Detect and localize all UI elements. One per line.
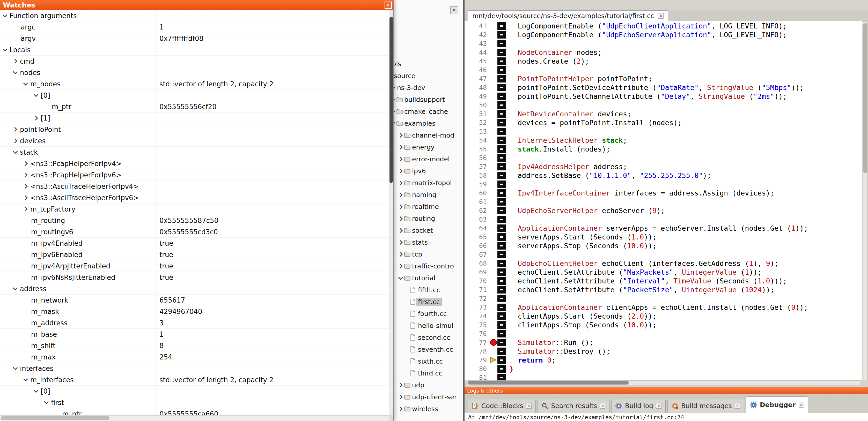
- breakpoint-gutter[interactable]: [490, 373, 497, 380]
- breakpoint-gutter[interactable]: [490, 118, 497, 127]
- fold-margin[interactable]: [497, 268, 506, 277]
- tab-search-results[interactable]: Search results✕: [537, 399, 610, 413]
- expander-icon[interactable]: [23, 172, 27, 177]
- watch-row[interactable]: m_tcpFactory: [0, 203, 389, 215]
- watches-horizontal-scrollbar[interactable]: [0, 415, 389, 421]
- tab-close-icon[interactable]: ✕: [799, 402, 804, 408]
- breakpoint-gutter[interactable]: [490, 206, 497, 215]
- expander-icon[interactable]: [398, 181, 402, 185]
- watch-row[interactable]: cmd: [0, 56, 389, 67]
- fold-margin[interactable]: [497, 39, 506, 48]
- expander-icon[interactable]: [398, 216, 402, 221]
- watch-row[interactable]: m_mask4294967040: [0, 306, 389, 317]
- scrollbar-thumb[interactable]: [468, 381, 629, 385]
- watch-row[interactable]: nodes: [0, 67, 389, 78]
- fold-margin[interactable]: [497, 74, 506, 83]
- expander-icon[interactable]: [398, 264, 402, 268]
- tab-build-log[interactable]: Build log✕: [611, 399, 665, 413]
- breakpoint-gutter[interactable]: [490, 320, 497, 329]
- breakpoint-gutter[interactable]: [490, 215, 497, 224]
- fold-margin[interactable]: [497, 364, 506, 373]
- expander-icon[interactable]: [13, 69, 18, 74]
- breakpoint-gutter[interactable]: [490, 92, 497, 101]
- tab-code-blocks[interactable]: Code::Blocks✕: [468, 399, 536, 413]
- watch-row[interactable]: m_nodesstd::vector of length 2, capacity…: [0, 78, 389, 90]
- breakpoint-gutter[interactable]: [490, 144, 497, 153]
- watch-row[interactable]: <ns3::AsciiTraceHelperForIpv6>: [0, 192, 389, 203]
- expander-icon[interactable]: [23, 161, 27, 166]
- breakpoint-gutter[interactable]: [490, 109, 497, 118]
- breakpoint-gutter[interactable]: [490, 39, 497, 48]
- watch-row[interactable]: m_network655617: [0, 295, 389, 306]
- watch-row[interactable]: stack: [0, 147, 389, 158]
- watch-row[interactable]: <ns3::AsciiTraceHelperForIpv4>: [0, 181, 389, 192]
- watch-row[interactable]: m_interfacesstd::vector of length 2, cap…: [0, 374, 389, 386]
- expander-icon[interactable]: [398, 169, 402, 173]
- watch-row[interactable]: m_ipv6Enabledtrue: [0, 249, 389, 260]
- expander-icon[interactable]: [398, 228, 402, 233]
- watch-row[interactable]: Locals: [0, 44, 389, 56]
- expander-icon[interactable]: [13, 365, 18, 370]
- fold-margin[interactable]: [497, 285, 506, 294]
- fold-margin[interactable]: [497, 338, 506, 347]
- breakpoint-gutter[interactable]: [490, 356, 497, 364]
- breakpoint-gutter[interactable]: [490, 180, 497, 189]
- fold-margin[interactable]: [497, 347, 506, 356]
- code-editor[interactable]: 41 LogComponentEnable ("UdpEchoClientApp…: [465, 21, 862, 380]
- watch-row[interactable]: m_ipv4Enabledtrue: [0, 238, 389, 249]
- expander-icon[interactable]: [398, 240, 402, 245]
- fold-margin[interactable]: [497, 180, 506, 189]
- breakpoint-gutter[interactable]: [490, 224, 497, 232]
- expander-icon[interactable]: [13, 149, 18, 154]
- watch-row[interactable]: argc1: [0, 22, 389, 33]
- editor-horizontal-scrollbar[interactable]: [468, 380, 860, 385]
- breakpoint-gutter[interactable]: [490, 364, 497, 373]
- expander-icon[interactable]: [23, 206, 27, 211]
- watch-row[interactable]: devices: [0, 135, 389, 147]
- breakpoint-gutter[interactable]: [490, 277, 497, 285]
- watch-row[interactable]: m_ipv4ArpJitterEnabledtrue: [0, 260, 389, 272]
- watch-row[interactable]: interfaces: [0, 363, 389, 374]
- breakpoint-gutter[interactable]: [490, 65, 497, 74]
- fold-margin[interactable]: [497, 206, 506, 215]
- expander-icon[interactable]: [398, 204, 402, 209]
- watch-row[interactable]: m_shift8: [0, 340, 389, 351]
- expander-icon[interactable]: [398, 145, 402, 150]
- tab-debugger[interactable]: Debugger✕: [746, 396, 808, 413]
- fold-margin[interactable]: [497, 118, 506, 127]
- expander-icon[interactable]: [12, 127, 17, 132]
- expander-icon[interactable]: [13, 286, 18, 290]
- watch-row[interactable]: m_ipv6NsRsJitterEnabledtrue: [0, 272, 389, 283]
- fold-margin[interactable]: [497, 92, 506, 101]
- expander-icon[interactable]: [23, 377, 28, 381]
- breakpoint-gutter[interactable]: [490, 329, 497, 338]
- fold-margin[interactable]: [497, 303, 506, 312]
- watch-row[interactable]: pointToPoint: [0, 124, 389, 135]
- breakpoint-gutter[interactable]: [490, 171, 497, 180]
- expander-icon[interactable]: [34, 92, 38, 97]
- fold-margin[interactable]: [497, 356, 506, 364]
- fold-margin[interactable]: [497, 320, 506, 329]
- expander-icon[interactable]: [23, 195, 27, 200]
- expander-icon[interactable]: [44, 399, 49, 404]
- watch-row[interactable]: address: [0, 283, 389, 295]
- breakpoint-gutter[interactable]: [490, 294, 497, 303]
- breakpoint-gutter[interactable]: [490, 232, 497, 241]
- breakpoint-gutter[interactable]: [490, 312, 497, 320]
- watch-row[interactable]: Function arguments: [0, 10, 389, 22]
- watches-vertical-scrollbar[interactable]: [389, 10, 393, 416]
- fold-margin[interactable]: [497, 109, 506, 118]
- expander-icon[interactable]: [12, 59, 17, 63]
- fold-margin[interactable]: [497, 373, 506, 380]
- editor-vertical-scrollbar[interactable]: [863, 22, 867, 380]
- expander-icon[interactable]: [398, 395, 402, 399]
- scrollbar-thumb[interactable]: [863, 23, 867, 173]
- fold-margin[interactable]: [497, 101, 506, 109]
- watch-row[interactable]: [0]: [0, 386, 389, 397]
- watch-row[interactable]: argv0x7fffffffdf08: [0, 33, 389, 44]
- watch-row[interactable]: <ns3::PcapHelperForIpv6>: [0, 169, 389, 181]
- fold-margin[interactable]: [497, 144, 506, 153]
- breakpoint-gutter[interactable]: [490, 189, 497, 197]
- watch-row[interactable]: m_base1: [0, 329, 389, 340]
- expander-icon[interactable]: [398, 407, 402, 411]
